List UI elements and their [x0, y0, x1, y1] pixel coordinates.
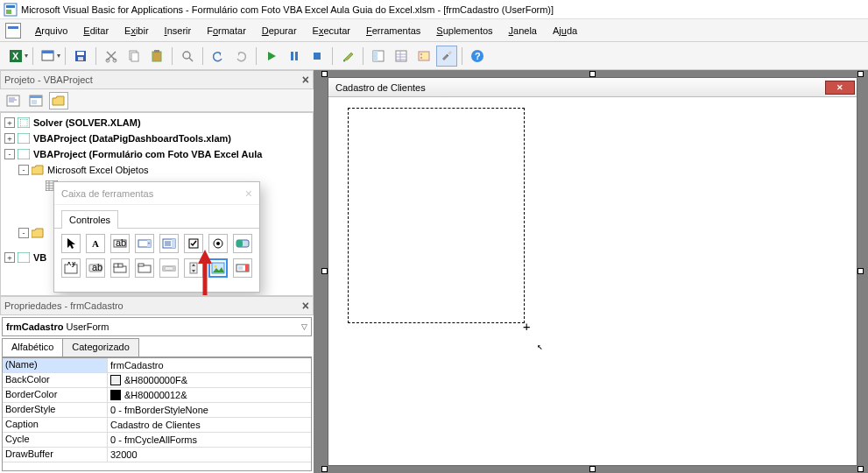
view-code-button[interactable]: [4, 92, 23, 109]
collapse-icon[interactable]: -: [18, 165, 29, 175]
view-excel-button[interactable]: X ▾: [5, 46, 28, 67]
properties-window-button[interactable]: [391, 46, 412, 67]
cut-button[interactable]: [101, 46, 122, 67]
prop-value[interactable]: 0 - fmBorderStyleNone: [108, 403, 311, 417]
prop-name[interactable]: DrawBuffer: [3, 448, 108, 462]
svg-point-68: [215, 265, 217, 268]
prop-value[interactable]: &H8000000F&: [108, 373, 311, 387]
prop-tab-alfabetico[interactable]: Alfabético: [2, 338, 63, 357]
prop-tab-categorizado[interactable]: Categorizado: [62, 338, 138, 357]
find-button[interactable]: [177, 46, 198, 67]
tool-commandbutton[interactable]: ab: [86, 258, 105, 278]
tool-refedit[interactable]: [233, 258, 252, 278]
tool-frame[interactable]: xy: [61, 258, 81, 278]
project-tree[interactable]: +⬚Solver (SOLVER.XLAM) +VBAProject (Data…: [0, 112, 314, 296]
project-explorer-button[interactable]: [368, 46, 389, 67]
paste-button[interactable]: [146, 46, 167, 67]
svg-point-18: [183, 52, 190, 59]
tool-tabstrip[interactable]: [110, 258, 130, 278]
tool-spinbutton[interactable]: [184, 258, 203, 278]
tool-listbox[interactable]: [159, 234, 179, 253]
prop-value[interactable]: 0 - fmCycleAllForms: [108, 433, 311, 447]
prop-value[interactable]: Cadastro de Clientes: [108, 418, 311, 432]
menu-executar[interactable]: Executar: [306, 23, 357, 39]
prop-name[interactable]: BorderStyle: [3, 403, 108, 417]
toolbox-close-icon[interactable]: ×: [245, 187, 252, 201]
tree-item-vb[interactable]: VB: [33, 252, 46, 263]
tool-optionbutton[interactable]: [208, 234, 228, 253]
tool-combobox[interactable]: [135, 234, 154, 253]
project-panel-header: Projeto - VBAProject ×: [0, 70, 314, 89]
expand-icon[interactable]: +: [4, 252, 15, 263]
tree-item-solver[interactable]: Solver (SOLVER.XLAM): [33, 117, 141, 128]
expand-icon[interactable]: +: [4, 133, 15, 144]
toolbox-tab-controles[interactable]: Controles: [61, 210, 118, 229]
svg-text:xy: xy: [67, 262, 77, 267]
menu-exibir[interactable]: Exibir: [117, 23, 156, 39]
collapse-icon[interactable]: -: [18, 228, 29, 238]
help-button[interactable]: ?: [467, 46, 488, 67]
menu-inserir[interactable]: Inserir: [158, 23, 199, 39]
object-browser-button[interactable]: [413, 46, 434, 67]
tool-label[interactable]: A: [86, 234, 105, 253]
prop-value[interactable]: &H80000012&: [108, 388, 311, 402]
menubar: Arquivo Editar Exibir Inserir Formatar D…: [0, 19, 868, 42]
redo-button[interactable]: [230, 46, 251, 67]
toolbox-button[interactable]: [436, 46, 457, 67]
toolbox-window[interactable]: Caixa de ferramentas × Controles A ab|: [53, 181, 260, 293]
prop-name[interactable]: (Name): [3, 358, 108, 372]
toolbox-titlebar[interactable]: Caixa de ferramentas ×: [54, 182, 259, 205]
prop-name[interactable]: BackColor: [3, 373, 108, 387]
properties-panel-close-icon[interactable]: ×: [302, 299, 309, 313]
svg-rect-20: [291, 52, 293, 60]
tool-togglebutton[interactable]: [233, 234, 252, 253]
tool-textbox[interactable]: ab|: [110, 234, 130, 253]
tool-image[interactable]: [208, 258, 228, 278]
tree-item-dp[interactable]: VBAProject (DataPigDashboardTools.xlam): [33, 133, 231, 144]
menu-arquivo[interactable]: Arquivo: [28, 23, 74, 39]
menu-suplementos[interactable]: Suplementos: [429, 23, 499, 39]
userform-close-button[interactable]: ✕: [825, 81, 855, 95]
tool-multipage[interactable]: [135, 258, 154, 278]
project-panel-close-icon[interactable]: ×: [302, 73, 309, 87]
chevron-down-icon: ▽: [301, 322, 307, 331]
prop-value[interactable]: 32000: [108, 448, 311, 462]
svg-rect-35: [32, 100, 37, 104]
menu-ajuda[interactable]: Ajuda: [546, 23, 584, 39]
properties-grid[interactable]: (Name)frmCadastro BackColor&H8000000F& B…: [2, 357, 312, 471]
prop-value[interactable]: frmCadastro: [108, 358, 311, 372]
save-button[interactable]: [70, 46, 91, 67]
tool-pointer[interactable]: [61, 234, 81, 253]
system-menu-icon[interactable]: [5, 23, 21, 39]
copy-button[interactable]: [123, 46, 145, 67]
toggle-folders-button[interactable]: [49, 92, 68, 109]
expand-icon[interactable]: +: [4, 117, 15, 128]
tool-scrollbar[interactable]: [159, 258, 179, 278]
prop-name[interactable]: Cycle: [3, 433, 108, 447]
menu-ferramentas[interactable]: Ferramentas: [359, 23, 427, 39]
prop-name[interactable]: Caption: [3, 418, 108, 432]
run-button[interactable]: [261, 46, 282, 67]
tree-item-main[interactable]: VBAProject (Formulário com Foto VBA Exce…: [33, 149, 262, 159]
menu-formatar[interactable]: Formatar: [200, 23, 253, 39]
properties-object-combo[interactable]: frmCadastro UserForm ▽: [2, 317, 312, 336]
menu-janela[interactable]: Janela: [502, 23, 544, 39]
break-button[interactable]: [284, 46, 305, 67]
collapse-icon[interactable]: -: [4, 149, 15, 159]
insert-userform-button[interactable]: ▾: [38, 46, 60, 67]
menu-editar[interactable]: Editar: [76, 23, 116, 39]
undo-button[interactable]: [208, 46, 229, 67]
tree-item-objetos[interactable]: Microsoft Excel Objetos: [47, 165, 149, 175]
view-object-button[interactable]: [26, 92, 46, 109]
tool-checkbox[interactable]: [184, 234, 203, 253]
userform-client-area[interactable]: + ↖: [328, 97, 857, 465]
reset-button[interactable]: [307, 46, 328, 67]
svg-rect-2: [6, 10, 11, 14]
form-designer-area[interactable]: Cadastro de Clientes ✕ + ↖: [314, 70, 868, 473]
prop-name[interactable]: BorderColor: [3, 388, 108, 402]
userform-frame[interactable]: Cadastro de Clientes ✕ + ↖: [328, 77, 857, 466]
menu-depurar[interactable]: Depurar: [255, 23, 304, 39]
svg-rect-38: [18, 133, 30, 144]
design-mode-button[interactable]: [337, 46, 358, 67]
svg-rect-32: [7, 95, 19, 106]
